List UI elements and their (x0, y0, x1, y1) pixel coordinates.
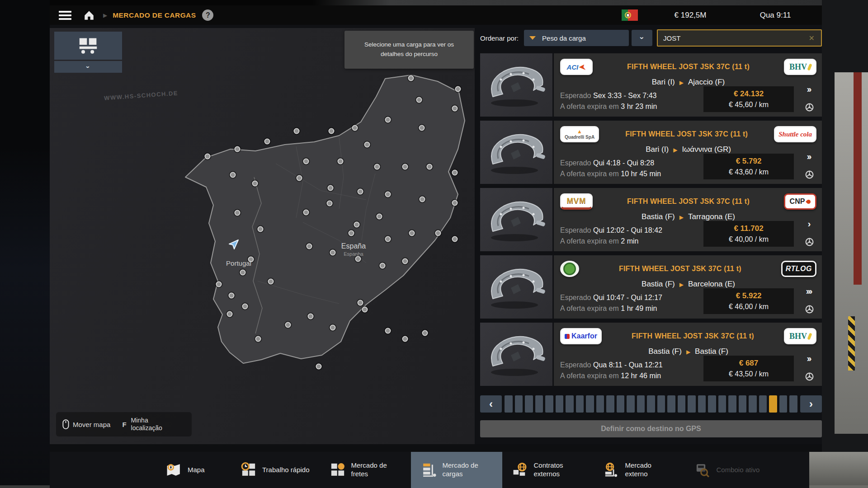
page-segment[interactable] (779, 395, 788, 413)
help-icon[interactable]: ? (202, 9, 213, 21)
page-segment[interactable] (789, 395, 797, 413)
nav-item-globe-forklift[interactable]: Mercado externo (594, 452, 685, 488)
offer-price: € 5.792 (707, 157, 790, 166)
nav-item-grid-dot[interactable]: Mercado de fretes (320, 452, 411, 488)
page-segment[interactable] (535, 395, 543, 413)
city-marker (452, 105, 458, 111)
offer-rate-per-km: € 45,60 / km (707, 101, 790, 109)
city-marker (455, 86, 461, 92)
sort-dropdown[interactable]: Peso da carga (524, 30, 629, 46)
menu-icon[interactable] (59, 11, 71, 20)
cargo-type-button[interactable] (54, 32, 122, 60)
offer-icons: ›› (801, 353, 817, 381)
scene-floor (809, 452, 868, 488)
page-segment[interactable] (728, 395, 736, 413)
nav-item-map[interactable]: Mapa (156, 452, 231, 488)
home-icon[interactable] (83, 9, 95, 21)
nav-item-label: Mercado externo (625, 461, 675, 479)
city-marker (385, 117, 391, 122)
page-segment[interactable] (556, 395, 564, 413)
page-segment[interactable] (637, 395, 645, 413)
expected-label: Esperado (560, 159, 591, 167)
expires-value: 12 hr 46 min (621, 372, 661, 380)
page-segment[interactable] (667, 395, 675, 413)
page-segment[interactable] (708, 395, 716, 413)
cargo-thumbnail (480, 188, 552, 251)
page-segment[interactable] (718, 395, 726, 413)
city-marker (427, 164, 433, 169)
cargo-type-expand-button[interactable]: › (54, 61, 122, 73)
city-marker (409, 230, 415, 236)
page-segment[interactable] (596, 395, 604, 413)
search-input[interactable] (662, 34, 807, 42)
page-segment[interactable] (739, 395, 747, 413)
prev-page-button[interactable]: ‹ (480, 395, 502, 413)
offer-row[interactable]: FIFTH WHEEL JOST JSK 37C (11 t) RTLOG Ba… (480, 255, 822, 319)
next-page-button[interactable]: › (800, 395, 822, 413)
nav-item-forklift[interactable]: Mercado de cargas (411, 452, 502, 488)
page-segment[interactable] (576, 395, 584, 413)
city-marker (416, 97, 422, 103)
shipper-logo: Kaarfor (560, 328, 602, 344)
page-segment[interactable] (566, 395, 574, 413)
page-segment[interactable] (688, 395, 696, 413)
page-segment[interactable] (515, 395, 523, 413)
offer-row[interactable]: MVM FIFTH WHEEL JOST JSK 37C (11 t) CNP … (480, 188, 822, 251)
fifth-wheel-image (485, 61, 548, 108)
chevron-down-icon: › (637, 37, 646, 39)
page-segment[interactable] (647, 395, 655, 413)
page-segment[interactable] (627, 395, 635, 413)
map-tooltip: Selecione uma carga para ver os detalhes… (344, 31, 474, 69)
nav-item-clock-grid[interactable]: Trabalho rápido (231, 452, 320, 488)
set-gps-destination-button[interactable]: Definir como destino no GPS (480, 420, 822, 437)
page-segment[interactable] (606, 395, 614, 413)
city-marker (285, 322, 291, 328)
expires-value: 3 hr 23 min (621, 103, 657, 110)
pagination: ‹ › (480, 395, 822, 413)
city-marker (329, 128, 335, 134)
offer-rate-per-km: € 46,00 / km (707, 303, 790, 311)
page-segment[interactable] (505, 395, 513, 413)
cargo-thumbnail (480, 121, 552, 184)
fifth-wheel-image (485, 196, 548, 243)
page-segment[interactable] (749, 395, 757, 413)
city-marker (330, 325, 336, 331)
sort-selected-value: Peso da carga (542, 34, 586, 42)
sort-expand-button[interactable]: › (632, 30, 652, 46)
cargo-type-selector[interactable]: › (54, 32, 122, 73)
offer-price: € 5.922 (707, 291, 790, 300)
truck-search-icon (695, 462, 711, 478)
city-marker (226, 311, 232, 317)
offer-rate-per-km: € 40,00 / km (707, 235, 790, 244)
city-marker (242, 304, 248, 310)
page-segment[interactable] (525, 395, 533, 413)
page-segment[interactable] (678, 395, 686, 413)
cargo-title: FIFTH WHEEL JOST JSK 37C (11 t) (593, 197, 784, 206)
offer-price: € 11.702 (707, 224, 790, 233)
city-marker (230, 172, 236, 178)
steering-wheel-icon (805, 305, 814, 314)
city-marker (258, 226, 264, 232)
nav-item-globe-grid[interactable]: Contratos externos (502, 452, 594, 488)
list-header: Ordenar por: Peso da carga › ✕ (480, 28, 822, 48)
expected-window: Qui 10:47 - Qui 12:17 (593, 294, 662, 301)
page-segment[interactable] (657, 395, 665, 413)
grid-dot-icon (330, 462, 346, 478)
nav-item-label: Mapa (188, 466, 205, 474)
city-marker (326, 200, 332, 206)
expires-value: 10 hr 45 min (621, 170, 661, 178)
clear-search-icon[interactable]: ✕ (807, 34, 816, 42)
offer-row[interactable]: Quadrelli SpA FIFTH WHEEL JOST JSK 37C (… (480, 121, 822, 184)
page-segment[interactable] (698, 395, 706, 413)
page-segment[interactable] (617, 395, 625, 413)
page-segment[interactable] (759, 395, 767, 413)
city-marker (408, 75, 414, 81)
map-panel[interactable]: WWW.HS-SCHOCH.DE › Selecione uma carga p… (50, 28, 475, 444)
page-segment-current[interactable] (769, 395, 777, 413)
player-location-label: Portugal (226, 259, 251, 267)
offer-row[interactable]: ACI FIFTH WHEEL JOST JSK 37C (11 t) BHV … (480, 53, 822, 117)
expires-label: A oferta expira em (560, 170, 619, 178)
page-segment[interactable] (545, 395, 553, 413)
page-segment[interactable] (586, 395, 594, 413)
offer-row[interactable]: Kaarfor FIFTH WHEEL JOST JSK 37C (11 t) … (480, 323, 822, 386)
